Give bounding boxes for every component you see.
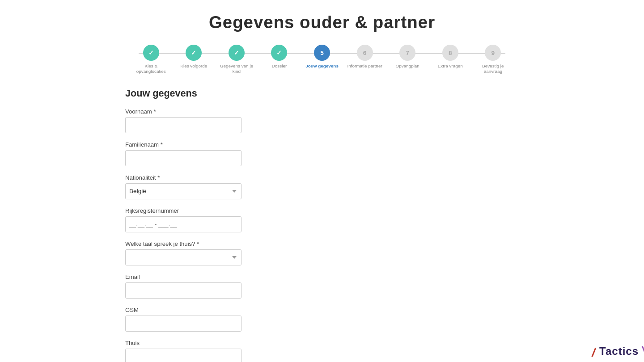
label-gsm: GSM bbox=[125, 307, 519, 313]
step-label-7: Opvangplan bbox=[395, 63, 419, 69]
step-circle-3: ✓ bbox=[229, 45, 245, 61]
step-circle-6: 6 bbox=[357, 45, 373, 61]
step-circle-1: ✓ bbox=[143, 45, 159, 61]
step-2[interactable]: ✓ Kies volgorde bbox=[173, 45, 216, 69]
step-label-3: Gegevens van je kind bbox=[219, 63, 254, 74]
label-taal: Welke taal spreek je thuis? * bbox=[125, 240, 519, 247]
form-group-nationaliteit: Nationaliteit * België Nederland Andere bbox=[125, 174, 519, 199]
step-7[interactable]: 7 Opvangplan bbox=[386, 45, 429, 69]
svg-line-0 bbox=[592, 348, 596, 357]
label-thuis: Thuis bbox=[125, 340, 519, 346]
svg-line-1 bbox=[642, 346, 644, 355]
select-taal[interactable]: Nederlands Frans Engels Andere bbox=[125, 249, 242, 265]
form-group-gsm: GSM bbox=[125, 307, 519, 332]
step-circle-5: 5 bbox=[314, 45, 330, 61]
input-gsm[interactable] bbox=[125, 316, 242, 332]
form-group-rijksregisternummer: Rijksregisternummer bbox=[125, 207, 519, 232]
step-4[interactable]: ✓ Dossier bbox=[258, 45, 301, 69]
step-label-6: Informatie partner bbox=[347, 63, 382, 69]
main-container: ✓ Kies & opvanglocaties ✓ Kies volgorde … bbox=[116, 40, 528, 362]
label-familienaam: Familienaam * bbox=[125, 141, 519, 148]
input-voornaam[interactable] bbox=[125, 117, 242, 133]
step-circle-4: ✓ bbox=[271, 45, 287, 61]
step-circle-7: 7 bbox=[399, 45, 415, 61]
step-circle-2: ✓ bbox=[186, 45, 202, 61]
input-email[interactable] bbox=[125, 282, 242, 299]
step-label-9: Bevestig je aanvraag bbox=[475, 63, 511, 74]
label-nationaliteit: Nationaliteit * bbox=[125, 174, 519, 181]
tactics-slash-left-icon bbox=[590, 348, 597, 357]
form-group-familienaam: Familienaam * bbox=[125, 141, 519, 166]
tactics-slash-right-icon bbox=[640, 346, 644, 355]
step-5[interactable]: 5 Jouw gegevens bbox=[301, 45, 343, 69]
tactics-logo: Tactics bbox=[577, 320, 644, 362]
tactics-brand-text: Tactics bbox=[599, 345, 639, 357]
form-group-taal: Welke taal spreek je thuis? * Nederlands… bbox=[125, 240, 519, 265]
form-section: Jouw gegevens Voornaam * Familienaam * N… bbox=[125, 83, 519, 362]
progress-section: ✓ Kies & opvanglocaties ✓ Kies volgorde … bbox=[125, 40, 519, 83]
step-3[interactable]: ✓ Gegevens van je kind bbox=[215, 45, 258, 74]
form-section-title: Jouw gegevens bbox=[125, 88, 519, 99]
step-label-5: Jouw gegevens bbox=[305, 63, 339, 69]
input-thuis[interactable] bbox=[125, 349, 242, 362]
step-circle-9: 9 bbox=[485, 45, 501, 61]
step-label-2: Kies volgorde bbox=[180, 63, 207, 69]
step-8[interactable]: 8 Extra vragen bbox=[429, 45, 472, 69]
step-label-8: Extra vragen bbox=[438, 63, 463, 69]
step-6[interactable]: 6 Informatie partner bbox=[343, 45, 386, 69]
step-label-4: Dossier bbox=[272, 63, 287, 69]
form-group-email: Email bbox=[125, 274, 519, 299]
form-group-thuis: Thuis bbox=[125, 340, 519, 362]
select-nationaliteit[interactable]: België Nederland Andere bbox=[125, 183, 242, 199]
step-label-1: Kies & opvanglocaties bbox=[133, 63, 169, 74]
step-circle-8: 8 bbox=[442, 45, 458, 61]
input-familienaam[interactable] bbox=[125, 150, 242, 166]
input-rijksregisternummer[interactable] bbox=[125, 216, 242, 232]
progress-steps-wrap: ✓ Kies & opvanglocaties ✓ Kies volgorde … bbox=[125, 45, 519, 74]
step-1[interactable]: ✓ Kies & opvanglocaties bbox=[130, 45, 173, 74]
step-9[interactable]: 9 Bevestig je aanvraag bbox=[472, 45, 515, 74]
form-group-voornaam: Voornaam * bbox=[125, 108, 519, 133]
label-voornaam: Voornaam * bbox=[125, 108, 519, 115]
label-rijksregisternummer: Rijksregisternummer bbox=[125, 207, 519, 214]
page-title: Gegevens ouder & partner bbox=[0, 0, 644, 40]
label-email: Email bbox=[125, 274, 519, 280]
